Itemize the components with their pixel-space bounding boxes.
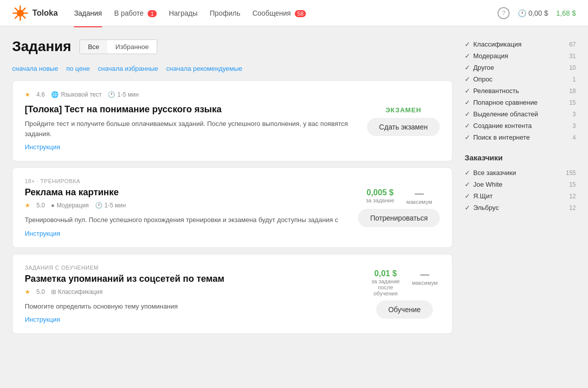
- category-item-6[interactable]: ✓ Выделение областей 3: [465, 108, 576, 120]
- card-rating-0: 4.6: [36, 91, 45, 98]
- nav-item-rewards[interactable]: Награды: [169, 7, 198, 19]
- card-right-0: ЭКЗАМЕН Сдать экзамен: [367, 91, 440, 151]
- card-link-1[interactable]: Инструкция: [25, 230, 60, 237]
- sort-favorites[interactable]: сначала избранные: [98, 65, 158, 72]
- category-item-left-4: ✓ Релевантность: [465, 87, 519, 95]
- category-label-8: Поиск в интернете: [473, 134, 530, 141]
- category-item-left-5: ✓ Попарное сравнение: [465, 99, 537, 106]
- customer-label-0: Все заказчики: [473, 169, 516, 177]
- customer-item-1[interactable]: ✓ Joe White 15: [465, 179, 576, 190]
- check-icon-cat-7: ✓: [465, 122, 470, 130]
- category-item-left-1: ✓ Модерация: [465, 52, 508, 60]
- card-time-0: 🕐 1-5 мин: [108, 91, 139, 98]
- price-value-1: 0,005 $: [366, 188, 394, 197]
- header-right: ? 🕐 0,00 $ 1,68 $: [497, 7, 576, 19]
- balance-amount: 0,00 $: [528, 9, 548, 17]
- action-btn-0[interactable]: Сдать экзамен: [367, 118, 440, 136]
- category-label-2: Другое: [473, 64, 494, 71]
- check-icon-cat-8: ✓: [465, 134, 470, 141]
- max-block-1: — максимум: [406, 188, 432, 205]
- tab-favorites[interactable]: Избранное: [107, 40, 157, 54]
- customer-item-left-1: ✓ Joe White: [465, 181, 503, 188]
- check-icon-cat-0: ✓: [465, 40, 470, 48]
- category-label-0: Классификация: [473, 40, 522, 48]
- card-desc-2: Помогите определить основную тему упомин…: [25, 301, 361, 312]
- svg-line-5: [15, 8, 17, 10]
- task-card-2: ЗАДАНИЯ С ОБУЧЕНИЕМ Разметка упоминаний …: [12, 254, 453, 334]
- card-meta-2: ★ 5.0 ⊞ Классификация: [25, 288, 361, 295]
- main-layout: Задания Все Избранное сначала новые по ц…: [0, 26, 588, 352]
- star-icon-2: ★: [25, 288, 30, 295]
- dot-icon-1: ●: [51, 202, 55, 209]
- category-item-2[interactable]: ✓ Другое 10: [465, 62, 576, 73]
- svg-line-6: [23, 16, 25, 18]
- sidebar: ✓ Классификация 67 ✓ Модерация 31 ✓ Друг…: [465, 38, 576, 340]
- category-label-3: Опрос: [473, 75, 492, 83]
- nav-item-messages[interactable]: Сообщения 58: [252, 7, 306, 19]
- action-btn-2[interactable]: Обучение: [376, 300, 433, 319]
- category-item-1[interactable]: ✓ Модерация 31: [465, 50, 576, 62]
- star-icon-0: ★: [25, 91, 30, 98]
- customer-item-2[interactable]: ✓ Я.Щит 12: [465, 190, 576, 202]
- page-title: Задания: [12, 38, 71, 55]
- nav-item-inwork[interactable]: В работе 1: [114, 7, 157, 19]
- category-count-0: 67: [569, 41, 576, 48]
- category-item-left-6: ✓ Выделение областей: [465, 110, 538, 118]
- category-item-5[interactable]: ✓ Попарное сравнение 15: [465, 97, 576, 108]
- category-item-left-3: ✓ Опрос: [465, 75, 492, 83]
- nav-item-tasks[interactable]: Задания: [74, 7, 102, 19]
- customer-item-left-2: ✓ Я.Щит: [465, 192, 492, 200]
- category-item-4[interactable]: ✓ Релевантность 18: [465, 85, 576, 97]
- customer-item-3[interactable]: ✓ Эльбрус 12: [465, 202, 576, 213]
- clock-icon-1: 🕐: [95, 202, 103, 209]
- category-label-5: Попарное сравнение: [473, 99, 537, 106]
- sort-price[interactable]: по цене: [66, 65, 90, 72]
- categories-section: ✓ Классификация 67 ✓ Модерация 31 ✓ Друг…: [465, 38, 576, 143]
- category-item-left-0: ✓ Классификация: [465, 40, 522, 48]
- category-count-2: 10: [569, 64, 576, 71]
- category-item-8[interactable]: ✓ Поиск в интернете 4: [465, 132, 576, 143]
- card-meta-1: ★ 5.0 ● Модерация 🕐 1-5 мин: [25, 202, 350, 209]
- category-item-3[interactable]: ✓ Опрос 1: [465, 73, 576, 85]
- logo[interactable]: Toloka: [12, 5, 58, 21]
- category-item-left-8: ✓ Поиск в интернете: [465, 134, 530, 141]
- customer-label-1: Joe White: [473, 181, 503, 188]
- content-area: Задания Все Избранное сначала новые по ц…: [12, 38, 453, 340]
- max-label-1: максимум: [406, 199, 432, 205]
- tab-all[interactable]: Все: [80, 40, 107, 54]
- price-value-2: 0,01 $: [371, 269, 399, 278]
- card-meta-0: ★ 4.6 🌐 Языковой тест 🕐 1-5 мин: [25, 91, 359, 98]
- category-item-left-2: ✓ Другое: [465, 64, 494, 71]
- page-header: Задания Все Избранное: [12, 38, 453, 55]
- check-icon-cat-3: ✓: [465, 75, 470, 83]
- card-rating-2: 5.0: [36, 288, 45, 295]
- help-button[interactable]: ?: [497, 7, 510, 19]
- sort-newest[interactable]: сначала новые: [12, 65, 58, 72]
- category-item-7[interactable]: ✓ Создание контента 3: [465, 120, 576, 132]
- card-tag-2: ЗАДАНИЯ С ОБУЧЕНИЕМ: [25, 265, 361, 271]
- messages-badge: 58: [295, 10, 306, 17]
- category-count-7: 3: [572, 122, 576, 130]
- card-desc-0: Пройдите тест и получите больше оплачива…: [25, 119, 359, 139]
- card-left-0: ★ 4.6 🌐 Языковой тест 🕐 1-5 мин [Толока]…: [25, 91, 359, 151]
- filter-tabs: Все Избранное: [79, 39, 157, 54]
- category-count-6: 3: [572, 111, 576, 118]
- star-icon-1: ★: [25, 202, 30, 209]
- logo-icon: [12, 5, 28, 21]
- check-icon-cust-1: ✓: [465, 181, 470, 188]
- category-item-0[interactable]: ✓ Классификация 67: [465, 38, 576, 50]
- inwork-badge: 1: [148, 10, 157, 17]
- card-link-2[interactable]: Инструкция: [25, 316, 60, 323]
- sort-recommended[interactable]: сначала рекомендуемые: [166, 65, 243, 72]
- svg-line-8: [15, 16, 17, 18]
- nav-item-profile[interactable]: Профиль: [210, 7, 240, 19]
- customer-item-left-0: ✓ Все заказчики: [465, 169, 516, 177]
- card-link-0[interactable]: Инструкция: [25, 143, 60, 151]
- check-icon-cust-3: ✓: [465, 204, 470, 211]
- card-right-1: 0,005 $ за задание — максимум Потрениров…: [358, 178, 440, 237]
- customer-item-0[interactable]: ✓ Все заказчики 155: [465, 167, 576, 179]
- max-block-2: — максимум: [412, 269, 438, 286]
- header: Toloka Задания В работе 1 Награды Профил…: [0, 0, 588, 26]
- action-btn-1[interactable]: Потренироваться: [358, 209, 440, 227]
- task-card-0: ★ 4.6 🌐 Языковой тест 🕐 1-5 мин [Толока]…: [12, 80, 453, 161]
